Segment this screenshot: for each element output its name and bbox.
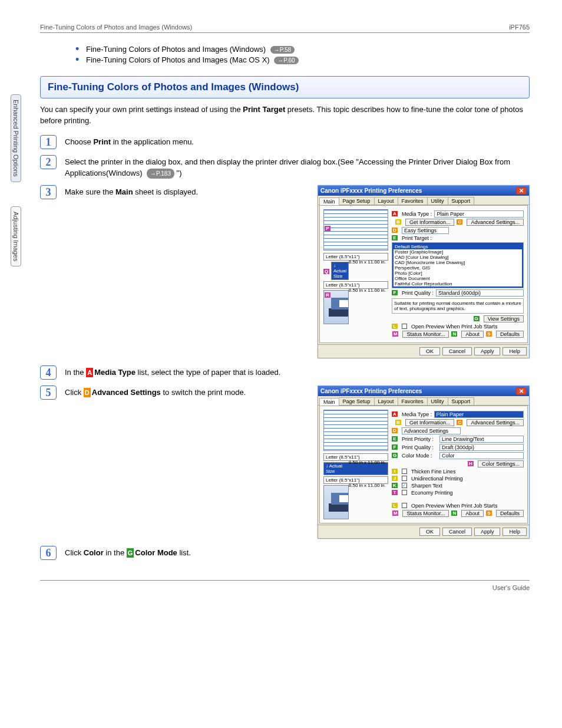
tab-main[interactable]: Main <box>319 197 339 205</box>
economy-checkbox[interactable] <box>402 490 407 495</box>
open-preview-checkbox-2[interactable] <box>402 503 407 508</box>
advanced-settings-button[interactable]: Advanced Settings... <box>467 219 524 226</box>
topic-links: Fine-Tuning Colors of Photos and Images … <box>75 45 530 64</box>
tab-utility[interactable]: Utility <box>427 197 448 205</box>
get-information-button-2[interactable]: Get Information... <box>405 419 455 426</box>
thicken-checkbox[interactable] <box>402 469 407 474</box>
color-settings-button[interactable]: Color Settings... <box>478 460 524 467</box>
help-button-2[interactable]: Help <box>503 528 527 536</box>
label-m: M <box>392 331 398 337</box>
label-h2: H <box>468 461 474 466</box>
tab-support[interactable]: Support <box>448 197 475 205</box>
topic-link-2[interactable]: Fine-Tuning Colors of Photos and Images … <box>75 55 530 64</box>
print-quality-select-2[interactable]: Draft (300dpi) <box>439 444 524 451</box>
header-right: iPF765 <box>509 24 530 31</box>
advanced-settings-button-2[interactable]: Advanced Settings... <box>467 419 524 426</box>
label-l: L <box>392 324 398 329</box>
ok-button[interactable]: OK <box>419 347 440 355</box>
label-f: F <box>392 290 398 295</box>
label-q: Q <box>323 269 329 274</box>
defaults-button-2[interactable]: Defaults <box>496 510 524 517</box>
label-g2: G <box>392 453 398 458</box>
tab-page-setup-2[interactable]: Page Setup <box>339 397 375 405</box>
tab-favorites-2[interactable]: Favorites <box>398 397 428 405</box>
open-preview-checkbox[interactable] <box>402 324 407 329</box>
step-3-block: 3 Make sure the Main sheet is displayed.… <box>40 185 530 358</box>
step-2: 2 Select the printer in the dialog box, … <box>40 155 530 179</box>
label-b: B <box>395 219 401 225</box>
label-g: G <box>474 316 480 321</box>
step-1: 1 Choose Print in the application menu. <box>40 135 530 149</box>
media-type-select[interactable]: Plain Paper <box>434 210 524 218</box>
dialog-printing-preferences-1: Canon iPFxxxx Printing Preferences ✕ Mai… <box>318 185 530 358</box>
print-priority-select[interactable]: Line Drawing/Text <box>439 436 524 443</box>
printer-icon-2 <box>323 485 349 519</box>
label-l2: L <box>392 503 398 508</box>
uni-checkbox[interactable] <box>402 476 407 481</box>
step-num-2: 2 <box>40 155 57 169</box>
apply-button-2[interactable]: Apply <box>474 528 501 536</box>
tab-layout-2[interactable]: Layout <box>374 397 398 405</box>
dialog-printing-preferences-2: Canon iPFxxxx Printing Preferences ✕ Mai… <box>318 386 530 539</box>
step-3: 3 Make sure the Main sheet is displayed. <box>40 185 275 199</box>
side-tab-enhanced: Enhanced Printing Options <box>11 94 21 182</box>
step-num-4: 4 <box>40 365 57 380</box>
close-icon-2[interactable]: ✕ <box>516 387 527 395</box>
svg-rect-0 <box>329 308 348 317</box>
about-button[interactable]: About <box>461 331 484 338</box>
label-s: S <box>486 331 492 337</box>
print-target-list[interactable]: Default Settings Poster [Graphic/Image] … <box>392 242 524 288</box>
media-type-select-2[interactable]: Plain Paper <box>434 411 524 418</box>
color-mode-select[interactable]: Color <box>439 452 524 459</box>
label-n: N <box>451 331 457 337</box>
topic-link-1-text: Fine-Tuning Colors of Photos and Images … <box>86 45 266 54</box>
dialog-titlebar-2: Canon iPFxxxx Printing Preferences ✕ <box>318 386 529 396</box>
label-a: A <box>392 211 398 216</box>
step-num-1: 1 <box>40 135 57 149</box>
help-button[interactable]: Help <box>503 347 527 355</box>
tab-layout[interactable]: Layout <box>374 197 398 205</box>
apply-button[interactable]: Apply <box>474 347 501 355</box>
tab-support-2[interactable]: Support <box>448 397 475 405</box>
sharpen-checkbox[interactable] <box>402 483 407 488</box>
cancel-button[interactable]: Cancel <box>442 347 472 355</box>
size-2: Letter (8.5"x11")8.50 in x 11.00 in. <box>323 281 388 289</box>
defaults-button[interactable]: Defaults <box>496 331 524 338</box>
svg-rect-3 <box>329 503 348 512</box>
view-settings-button[interactable]: View Settings <box>484 315 524 322</box>
easy-settings-select[interactable]: Easy Settings <box>402 227 449 234</box>
tab-page-setup[interactable]: Page Setup <box>339 197 375 205</box>
print-quality-select[interactable]: Standard (600dpi) <box>436 289 524 297</box>
cancel-button-2[interactable]: Cancel <box>442 528 472 536</box>
label-p: P <box>325 226 330 231</box>
close-icon[interactable]: ✕ <box>516 187 527 195</box>
size-1: Letter (8.5"x11")8.50 in x 11.00 in. <box>323 253 388 261</box>
advanced-settings-select[interactable]: Advanced Settings <box>402 427 461 434</box>
tab-main-2[interactable]: Main <box>319 398 339 406</box>
tab-utility-2[interactable]: Utility <box>427 397 448 405</box>
actual-size: ↓ Actual Size <box>331 262 349 280</box>
label-f2: F <box>392 444 398 450</box>
dialog-titlebar: Canon iPFxxxx Printing Preferences ✕ <box>318 186 529 196</box>
preview-thumb-2 <box>323 410 388 451</box>
ok-button-2[interactable]: OK <box>419 528 440 536</box>
status-monitor-button-2[interactable]: Status Monitor... <box>402 510 449 517</box>
tab-favorites[interactable]: Favorites <box>398 197 428 205</box>
target-note: Suitable for printing normal documents t… <box>392 298 524 314</box>
label-j2: J <box>392 476 398 481</box>
status-monitor-button[interactable]: Status Monitor... <box>402 331 449 338</box>
about-button-2[interactable]: About <box>461 510 484 517</box>
preview-thumb <box>323 209 388 251</box>
topic-link-2-text: Fine-Tuning Colors of Photos and Images … <box>86 55 270 64</box>
get-information-button[interactable]: Get Information... <box>405 219 455 226</box>
label-c: C <box>457 219 462 225</box>
label-t2: T <box>392 490 398 495</box>
pageref-1: →P.58 <box>270 46 295 54</box>
svg-rect-2 <box>339 300 348 307</box>
step-num-6: 6 <box>40 546 57 560</box>
step-4: 4 In the AMedia Type list, select the ty… <box>40 365 530 380</box>
topic-link-1[interactable]: Fine-Tuning Colors of Photos and Images … <box>75 45 530 54</box>
label-s2: S <box>486 510 492 516</box>
svg-rect-5 <box>339 495 348 502</box>
header-left: Fine-Tuning Colors of Photos and Images … <box>40 24 192 31</box>
